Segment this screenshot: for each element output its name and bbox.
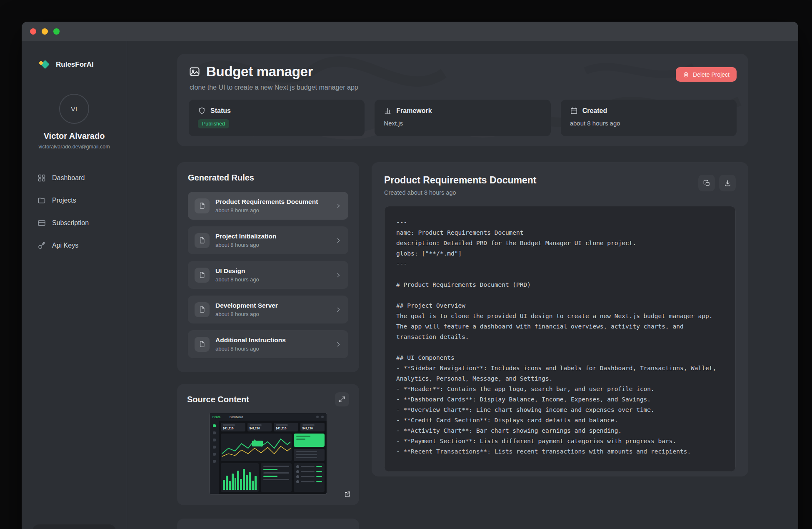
thumb-stat-value: $41,210: [250, 427, 270, 430]
brand: RulesForAI: [22, 41, 127, 71]
shield-icon: [198, 107, 206, 115]
external-link-button[interactable]: [341, 488, 353, 500]
thumb-brand: Penta: [212, 416, 220, 419]
bar-chart-icon: [384, 107, 392, 115]
thumb-transactions: [294, 463, 325, 492]
document-content-wrap: --- name: Product Requirements Document …: [384, 206, 736, 472]
document-created-meta: Created about 8 hours ago: [384, 189, 537, 196]
expand-button[interactable]: [335, 392, 349, 406]
rule-item-prd[interactable]: Product Requirements Document about 8 ho…: [188, 192, 348, 220]
sidebar-item-label: Subscription: [52, 219, 89, 227]
user-profile: VI Victor Alvarado victoralvarado.dev@gm…: [22, 94, 127, 150]
framework-label: Framework: [396, 107, 432, 115]
thumb-credit-card: [294, 434, 325, 447]
source-content-title: Source Content: [187, 395, 249, 404]
sidebar: RulesForAI VI Victor Alvarado victoralva…: [22, 41, 127, 529]
status-label: Status: [210, 107, 231, 115]
project-header: Budget manager clone the UI to create a …: [177, 54, 748, 146]
thumb-stat-value: $41,210: [302, 427, 323, 430]
sidebar-item-label: Dashboard: [52, 174, 85, 182]
avatar-initials: VI: [71, 105, 77, 113]
calendar-icon: [570, 107, 578, 115]
window-titlebar: [22, 22, 798, 41]
trash-icon: [683, 71, 689, 78]
file-icon: [195, 268, 210, 283]
status-badge: Published: [198, 119, 229, 128]
window-minimize-button[interactable]: [42, 28, 48, 35]
user-email: victoralvarado.dev@gmail.com: [22, 144, 127, 150]
created-label: Created: [582, 107, 607, 115]
diamond-logo-icon: [37, 58, 51, 71]
window-zoom-button[interactable]: [53, 28, 60, 35]
framework-value: Next.js: [384, 120, 541, 127]
user-name: Victor Alvarado: [22, 131, 127, 141]
rule-meta: about 8 hours ago: [215, 311, 329, 317]
thumb-payments: [261, 463, 292, 492]
thumb-body: $41,210 $41,210 $41,210 $41,210: [219, 421, 327, 494]
generated-rules-title: Generated Rules: [188, 173, 348, 183]
rule-item-ui-design[interactable]: UI Design about 8 hours ago: [188, 261, 348, 289]
rule-item-development-server[interactable]: Development Server about 8 hours ago: [188, 296, 348, 323]
rule-title: Product Requirements Document: [215, 198, 329, 206]
download-button[interactable]: [719, 175, 736, 191]
app-window: RulesForAI VI Victor Alvarado victoralva…: [22, 22, 798, 529]
sidebar-bottom-card[interactable]: [32, 524, 116, 529]
document-title: Product Requirements Document: [384, 175, 537, 186]
document-header: Product Requirements Document Created ab…: [384, 175, 537, 196]
thumb-line-chart: [221, 434, 292, 461]
grid-icon: [37, 174, 46, 182]
sidebar-item-projects[interactable]: Projects: [32, 191, 117, 210]
rule-title: Additional Instructions: [215, 336, 329, 344]
chevron-right-icon: [335, 237, 342, 244]
brand-name: RulesForAI: [56, 60, 94, 69]
document-actions: [698, 175, 736, 191]
project-info-cards: Status Published Framework Next.js: [189, 100, 737, 136]
sidebar-item-subscription[interactable]: Subscription: [32, 214, 117, 232]
sidebar-nav: Dashboard Projects Subscription Api Keys: [22, 169, 127, 255]
thumb-stat-value: $41,210: [223, 427, 243, 430]
window-close-button[interactable]: [30, 28, 36, 35]
credit-card-icon: [37, 219, 46, 227]
thumb-stat-value: $41,210: [276, 427, 296, 430]
framework-card: Framework Next.js: [375, 100, 550, 136]
thumb-sidebar: [210, 421, 219, 494]
status-card: Status Published: [189, 100, 365, 136]
rule-item-additional-instructions[interactable]: Additional Instructions about 8 hours ag…: [188, 330, 348, 358]
rules-list: Product Requirements Document about 8 ho…: [188, 192, 348, 358]
delete-project-label: Delete Project: [693, 71, 730, 78]
file-icon: [195, 198, 210, 213]
key-icon: [37, 241, 46, 250]
copy-button[interactable]: [698, 175, 715, 191]
created-card: Created about 8 hours ago: [561, 100, 737, 136]
rule-meta: about 8 hours ago: [215, 242, 329, 248]
chevron-right-icon: [335, 203, 342, 209]
sidebar-item-dashboard[interactable]: Dashboard: [32, 169, 117, 187]
left-column: Generated Rules Product Requirements Doc…: [177, 162, 359, 529]
page-title: Budget manager: [206, 64, 313, 80]
file-icon: [195, 337, 210, 352]
created-value: about 8 hours ago: [570, 120, 727, 127]
thumb-page-title: Dashboard: [230, 416, 243, 419]
chevron-right-icon: [335, 341, 342, 348]
document-content: --- name: Product Requirements Document …: [384, 206, 736, 472]
document-panel: Product Requirements Document Created ab…: [372, 162, 748, 476]
file-icon: [195, 302, 210, 317]
source-content-panel: Source Content Penta Dashboard: [177, 384, 359, 505]
generated-rules-panel: Generated Rules Product Requirements Doc…: [177, 162, 359, 372]
sidebar-item-label: Api Keys: [52, 242, 78, 249]
delete-project-button[interactable]: Delete Project: [676, 67, 737, 82]
sidebar-item-label: Projects: [52, 197, 76, 204]
chevron-right-icon: [335, 306, 342, 313]
rule-meta: about 8 hours ago: [215, 346, 329, 352]
image-icon: [189, 66, 200, 78]
sidebar-item-api-keys[interactable]: Api Keys: [32, 236, 117, 255]
avatar: VI: [59, 94, 89, 124]
thumb-header: Penta Dashboard: [210, 413, 327, 421]
source-thumbnail[interactable]: Penta Dashboard $41,210 $41,210: [210, 413, 327, 494]
rule-item-project-initialization[interactable]: Project Initialization about 8 hours ago: [188, 226, 348, 254]
rule-meta: about 8 hours ago: [215, 276, 329, 283]
additional-options-panel: Additional Options: [177, 519, 359, 529]
thumb-bar-chart: [221, 463, 259, 492]
rule-meta: about 8 hours ago: [215, 207, 329, 213]
rule-title: Development Server: [215, 302, 329, 309]
